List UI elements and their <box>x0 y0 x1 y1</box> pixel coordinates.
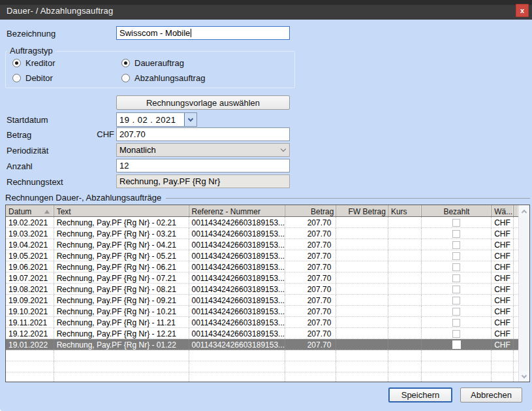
radio-abzahlungsauftrag-label: Abzahlungsauftrag <box>134 73 205 83</box>
invoice-table-body: 19.02.2021 Rechnung, Pay.PF {Rg Nr} - 02… <box>6 217 518 350</box>
radio-icon <box>121 74 130 82</box>
rechnungsvorlage-button-label: Rechnungsvorlage auswählen <box>146 98 260 108</box>
scroll-up-icon <box>522 209 527 214</box>
radio-icon <box>12 74 21 82</box>
radio-icon <box>12 59 21 67</box>
cancel-button[interactable]: Abbrechen <box>460 387 522 403</box>
invoice-table-header: Datum Text Referenz - Nummer Betrag FW B… <box>6 205 518 217</box>
periodizitaet-label: Periodizität <box>7 146 48 156</box>
radio-abzahlungsauftrag[interactable]: Abzahlungsauftrag <box>121 73 205 83</box>
startdatum-dropdown-button[interactable] <box>184 113 196 126</box>
sort-ascending-icon <box>44 210 50 214</box>
invoice-table-empty-area <box>6 350 518 382</box>
rechnungstext-label: Rechnungstext <box>7 177 63 187</box>
auftragstyp-group: Auftragstyp Kreditor Debitor Dauerauftra… <box>5 51 295 88</box>
invoice-table-main: Datum Text Referenz - Nummer Betrag FW B… <box>6 205 518 382</box>
dialog-title: Dauer- / Abzahlungsauftrag <box>0 6 113 20</box>
startdatum-label: Startdatum <box>7 115 48 125</box>
save-button[interactable]: Speichern <box>388 387 452 403</box>
vertical-scrollbar[interactable] <box>518 205 529 382</box>
radio-dauerauftrag[interactable]: Dauerauftrag <box>121 58 184 68</box>
radio-icon <box>121 59 130 67</box>
scrollbar-track[interactable] <box>519 216 529 370</box>
scrollbar-down-button[interactable] <box>519 370 529 382</box>
bezeichnung-label: Bezeichnung <box>7 29 55 39</box>
bezahlt-checkbox[interactable] <box>452 340 461 349</box>
table-row[interactable]: 19.11.2021 Rechnung, Pay.PF {Rg Nr} - 11… <box>6 317 518 328</box>
periodizitaet-value: Monatlich <box>119 145 156 155</box>
table-row[interactable]: 19.10.2021 Rechnung, Pay.PF {Rg Nr} - 10… <box>6 306 518 317</box>
column-header-text[interactable]: Text <box>54 205 189 216</box>
startdatum-value[interactable]: 19 . 02 . 2021 <box>117 113 184 126</box>
table-row[interactable]: 19.07.2021 Rechnung, Pay.PF {Rg Nr} - 07… <box>6 272 518 284</box>
bezahlt-checkbox[interactable] <box>452 297 460 304</box>
bezahlt-checkbox[interactable] <box>452 319 460 327</box>
bezahlt-checkbox[interactable] <box>452 219 460 227</box>
text-cursor <box>191 29 191 37</box>
bezahlt-checkbox[interactable] <box>452 274 460 282</box>
auftragstyp-legend: Auftragstyp <box>7 46 55 56</box>
rechnungstext-input[interactable]: Rechnung, Pay.PF {Rg Nr} <box>116 174 290 188</box>
column-header-kurs[interactable]: Kurs <box>388 205 422 216</box>
bezahlt-checkbox[interactable] <box>452 330 460 338</box>
table-row[interactable]: 19.02.2021 Rechnung, Pay.PF {Rg Nr} - 02… <box>6 217 518 228</box>
empty-table-row <box>6 361 518 372</box>
table-row[interactable]: 19.12.2021 Rechnung, Pay.PF {Rg Nr} - 12… <box>6 328 518 339</box>
rechnungsvorlage-button[interactable]: Rechnungsvorlage auswählen <box>116 95 290 110</box>
anzahl-label: Anzahl <box>7 161 33 171</box>
table-section-title: Rechnungen Dauer-, Abzahlungsaufträge <box>5 193 161 203</box>
column-header-filler <box>514 205 518 216</box>
radio-kreditor[interactable]: Kreditor <box>12 58 55 68</box>
column-header-betrag[interactable]: Betrag <box>285 205 337 216</box>
save-button-label: Speichern <box>401 390 440 400</box>
column-header-fw-betrag[interactable]: FW Betrag <box>336 205 388 216</box>
betrag-input[interactable]: 207.70 <box>116 127 290 141</box>
table-row[interactable]: 19.05.2021 Rechnung, Pay.PF {Rg Nr} - 05… <box>6 250 518 261</box>
empty-table-row <box>6 350 518 361</box>
table-row[interactable]: 19.08.2021 Rechnung, Pay.PF {Rg Nr} - 08… <box>6 284 518 295</box>
radio-kreditor-label: Kreditor <box>25 58 55 68</box>
table-row[interactable]: 19.09.2021 Rechnung, Pay.PF {Rg Nr} - 09… <box>6 295 518 306</box>
betrag-label: Betrag <box>7 130 31 140</box>
bezeichnung-value: Swisscom - Mobile <box>119 28 190 38</box>
scrollbar-up-button[interactable] <box>519 205 529 216</box>
bezahlt-checkbox[interactable] <box>452 263 460 271</box>
rechnungstext-value: Rechnung, Pay.PF {Rg Nr} <box>119 176 220 186</box>
cancel-button-label: Abbrechen <box>471 390 512 400</box>
table-row[interactable]: 19.03.2021 Rechnung, Pay.PF {Rg Nr} - 03… <box>6 228 518 239</box>
close-button[interactable]: x <box>516 4 529 17</box>
table-row[interactable]: 19.04.2021 Rechnung, Pay.PF {Rg Nr} - 04… <box>6 239 518 250</box>
bezahlt-checkbox[interactable] <box>452 241 460 249</box>
radio-debitor-label: Debitor <box>25 73 53 83</box>
chevron-down-icon <box>281 146 286 152</box>
column-header-referenz[interactable]: Referenz - Nummer <box>189 205 285 216</box>
startdatum-input[interactable]: 19 . 02 . 2021 <box>116 112 197 127</box>
chevron-down-icon <box>188 116 193 121</box>
table-section-header: Rechnungen Dauer-, Abzahlungsaufträge <box>5 193 530 203</box>
scroll-down-icon <box>522 372 527 378</box>
title-bar[interactable]: Dauer- / Abzahlungsauftrag <box>0 0 532 20</box>
anzahl-input[interactable]: 12 <box>116 159 290 173</box>
radio-dauerauftrag-label: Dauerauftrag <box>134 58 184 68</box>
table-row[interactable]: 19.01.2022 Rechnung, Pay.PF {Rg Nr} - 01… <box>6 339 518 350</box>
dialog-window: Dauer- / Abzahlungsauftrag x Bezeichnung… <box>0 0 532 411</box>
periodizitaet-select[interactable]: Monatlich <box>116 143 290 157</box>
bezahlt-checkbox[interactable] <box>452 252 460 260</box>
bezahlt-checkbox[interactable] <box>452 230 460 238</box>
column-header-bezahlt[interactable]: Bezahlt <box>422 205 492 216</box>
bezahlt-checkbox[interactable] <box>452 308 460 316</box>
currency-label: CHF <box>85 129 114 139</box>
column-header-datum[interactable]: Datum <box>6 205 54 216</box>
anzahl-value: 12 <box>119 161 129 171</box>
bezeichnung-input[interactable]: Swisscom - Mobile <box>116 26 290 40</box>
betrag-value: 207.70 <box>119 129 146 139</box>
radio-debitor[interactable]: Debitor <box>12 73 53 83</box>
invoice-table: Datum Text Referenz - Nummer Betrag FW B… <box>5 205 530 382</box>
bezahlt-checkbox[interactable] <box>452 286 460 293</box>
section-divider-line <box>166 198 530 199</box>
close-icon: x <box>520 7 524 14</box>
table-row[interactable]: 19.06.2021 Rechnung, Pay.PF {Rg Nr} - 06… <box>6 261 518 272</box>
empty-table-row <box>6 372 518 382</box>
column-header-waehrung[interactable]: Wä... <box>492 205 514 216</box>
